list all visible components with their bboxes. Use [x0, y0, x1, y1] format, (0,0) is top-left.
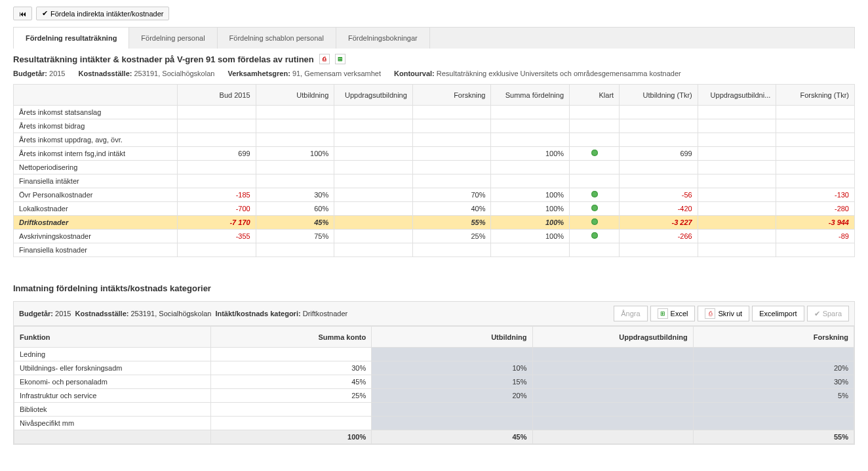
- table-row[interactable]: Ekonomi- och personaladm45%15%30%: [14, 375, 854, 389]
- cell[interactable]: [532, 417, 693, 430]
- cell: Avskrivningskostnader: [14, 230, 178, 243]
- cell[interactable]: 10%: [372, 361, 532, 375]
- col-forsk-tkr[interactable]: Forskning (Tkr): [776, 85, 855, 106]
- table-row[interactable]: Driftkostnader-7 17045%55%100%-3 227-3 9…: [14, 216, 855, 230]
- cell: [698, 133, 776, 147]
- cell-klart: [570, 243, 620, 257]
- section2-title: Inmatning fördelning intäkts/kostnads ka…: [13, 283, 855, 293]
- cell-klart: [570, 133, 620, 147]
- excelimport-button[interactable]: Excelimport: [752, 306, 804, 321]
- cell[interactable]: [532, 361, 693, 375]
- tab-fordelning-resultatrakning[interactable]: Fördelning resultaträkning: [14, 28, 129, 49]
- table-row[interactable]: Årets inkomst intern fsg,ind intäkt69910…: [14, 147, 855, 161]
- col-uppdragsutbildning[interactable]: Uppdragsutbildning: [532, 327, 693, 348]
- cell: [178, 174, 256, 188]
- cell[interactable]: [532, 403, 693, 417]
- cell[interactable]: [372, 348, 532, 361]
- save-label: Spara: [823, 310, 842, 317]
- cell: [334, 119, 413, 133]
- back-button[interactable]: ⏮: [13, 7, 32, 20]
- cell[interactable]: [532, 389, 693, 403]
- cell[interactable]: [693, 403, 854, 417]
- cell: Nettoperiodisering: [14, 161, 178, 174]
- col-utb-tkr[interactable]: Utbildning (Tkr): [620, 85, 698, 106]
- cell: 75%: [256, 230, 334, 243]
- p2-cost-center-label: Kostnadsställe:: [75, 310, 129, 317]
- cell: [256, 243, 334, 257]
- col-summa[interactable]: Summa fördelning: [491, 85, 570, 106]
- col-forsk[interactable]: Forskning: [412, 85, 491, 106]
- table-row[interactable]: Årets inkomst bidrag: [14, 119, 855, 133]
- col-uppd-tkr[interactable]: Uppdragsutbildni...: [698, 85, 776, 106]
- cell: [698, 106, 776, 119]
- excel-button[interactable]: ⊞Excel: [650, 306, 696, 321]
- save-button[interactable]: ✔Spara: [807, 306, 849, 321]
- cell[interactable]: 20%: [693, 361, 854, 375]
- status-dot-icon: [591, 232, 598, 239]
- pdf-icon[interactable]: ⎙: [319, 54, 330, 64]
- cell: [412, 161, 491, 174]
- cell: [178, 243, 256, 257]
- table-row[interactable]: Finansiella intäkter: [14, 174, 855, 188]
- cell[interactable]: [372, 403, 532, 417]
- branch-label: Verksamhetsgren:: [227, 70, 290, 77]
- undo-button[interactable]: Ångra: [614, 306, 647, 321]
- cell: [334, 216, 413, 230]
- cell: -420: [620, 202, 698, 216]
- cell[interactable]: [532, 348, 693, 361]
- table-row[interactable]: Lokalkostnader-70060%40%100%-420-280: [14, 202, 855, 216]
- cell[interactable]: [693, 417, 854, 430]
- cell: -700: [178, 202, 256, 216]
- col-summa-konto[interactable]: Summa konto: [211, 327, 372, 348]
- table-row[interactable]: Övr Personalkostnader-18530%70%100%-56-1…: [14, 188, 855, 202]
- cell[interactable]: 20%: [372, 389, 532, 403]
- col-utbildning[interactable]: Utbildning: [372, 327, 532, 348]
- cell: [698, 119, 776, 133]
- cell: [334, 188, 413, 202]
- table-row[interactable]: Utbildnings- eller forskningsadm30%10%20…: [14, 361, 854, 375]
- col-bud[interactable]: Bud 2015: [178, 85, 256, 106]
- cell: 60%: [256, 202, 334, 216]
- cell: Övr Personalkostnader: [14, 188, 178, 202]
- col-klart[interactable]: Klart: [570, 85, 620, 106]
- table-row[interactable]: Nivåspecifikt mm: [14, 417, 854, 430]
- col-funktion[interactable]: Funktion: [14, 327, 211, 348]
- table-row[interactable]: Nettoperiodisering: [14, 161, 855, 174]
- cell: [334, 147, 413, 161]
- cell[interactable]: [372, 417, 532, 430]
- cell[interactable]: 15%: [372, 375, 532, 389]
- cell[interactable]: 5%: [693, 389, 854, 403]
- cell: [776, 161, 855, 174]
- table-row[interactable]: Avskrivningskostnader-35575%25%100%-266-…: [14, 230, 855, 243]
- print-label: Skriv ut: [718, 310, 742, 317]
- col-utb[interactable]: Utbildning: [256, 85, 334, 106]
- cell[interactable]: [532, 375, 693, 389]
- table-row[interactable]: Bibliotek: [14, 403, 854, 417]
- excel-icon[interactable]: ⊞: [335, 54, 345, 64]
- table-row[interactable]: Infrastruktur och service25%20%5%: [14, 389, 854, 403]
- table-row[interactable]: Ledning: [14, 348, 854, 361]
- distribute-button[interactable]: ✔ Fördela indirekta intäkter/kostnader: [36, 7, 169, 20]
- tab-fordelning-personal[interactable]: Fördelning personal: [129, 28, 217, 49]
- tab-fordelning-schablon-personal[interactable]: Fördelning schablon personal: [218, 28, 336, 49]
- cell[interactable]: [693, 348, 854, 361]
- cell: [776, 106, 855, 119]
- col-uppd[interactable]: Uppdragsutbildning: [334, 85, 413, 106]
- cell-klart: [570, 119, 620, 133]
- cell: Bibliotek: [14, 403, 211, 417]
- col-forskning[interactable]: Forskning: [693, 327, 854, 348]
- col-name[interactable]: [14, 85, 178, 106]
- cell: [334, 243, 413, 257]
- p2-budget-year-label: Budgetår:: [19, 310, 53, 317]
- cell: Nivåspecifikt mm: [14, 417, 211, 430]
- table-row[interactable]: Årets inkomst statsanslag: [14, 106, 855, 119]
- cell: [620, 133, 698, 147]
- table-row[interactable]: Finansiella kostnader: [14, 243, 855, 257]
- cell: -280: [776, 202, 855, 216]
- cell: [211, 348, 372, 361]
- table-row[interactable]: Årets inkomst uppdrag, avg, övr.: [14, 133, 855, 147]
- print-button[interactable]: ⎙Skriv ut: [698, 306, 749, 321]
- cell: [698, 202, 776, 216]
- cell[interactable]: 30%: [693, 375, 854, 389]
- tab-fordelningsbokningar[interactable]: Fördelningsbokningar: [336, 28, 430, 49]
